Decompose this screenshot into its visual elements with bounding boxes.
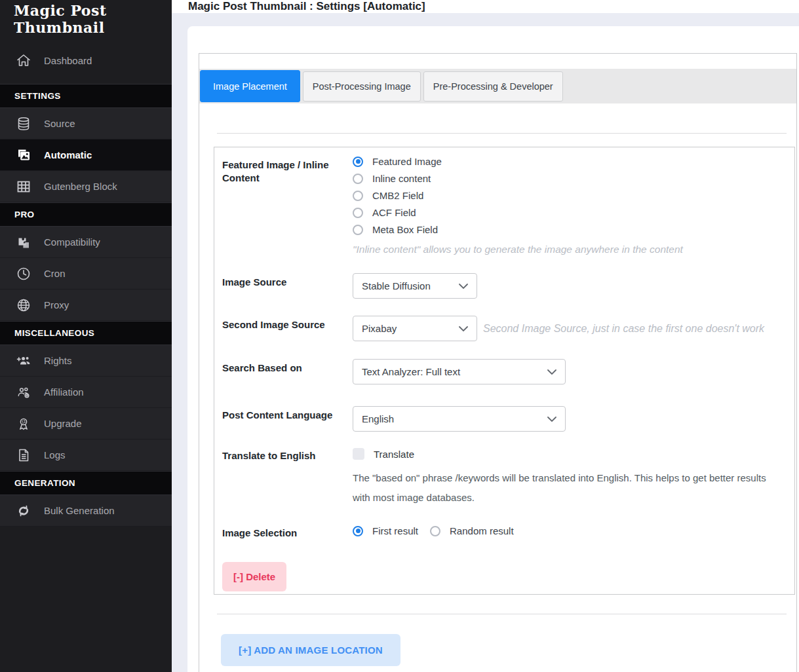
- radio-first-result[interactable]: First result: [353, 525, 418, 536]
- sidebar-item-label: Gutenberg Block: [44, 181, 117, 192]
- radio-icon[interactable]: [353, 174, 363, 184]
- sidebar-section-settings: SETTINGS: [0, 84, 172, 108]
- divider: [217, 133, 787, 134]
- database-icon: [15, 115, 32, 132]
- main-area: Magic Post Thumbnail : Settings [Automat…: [172, 0, 799, 672]
- second-image-source-row: Second Image Source Pixabay Second Image…: [222, 316, 787, 341]
- tab-pre-processing-developer[interactable]: Pre-Processing & Developer: [423, 71, 563, 102]
- sidebar-section-miscellaneous: MISCELLANEOUS: [0, 321, 172, 345]
- search-based-on-label: Search Based on: [222, 359, 347, 384]
- sidebar-item-automatic[interactable]: Automatic: [0, 140, 172, 171]
- placement-row: Featured Image / Inline Content Featured…: [222, 156, 787, 255]
- translate-row: Translate to English Translate The "base…: [222, 447, 787, 508]
- translate-checkbox[interactable]: [353, 448, 364, 460]
- radio-icon[interactable]: [353, 191, 363, 201]
- add-image-location-button[interactable]: [+] ADD AN IMAGE LOCATION: [221, 634, 400, 666]
- selected-value: Pixabay: [362, 323, 397, 334]
- image-source-select[interactable]: Stable Diffusion: [353, 273, 477, 299]
- globe-icon: [15, 297, 32, 314]
- sidebar: Magic Post Thumbnail Dashboard SETTINGS: [0, 0, 172, 672]
- sidebar-item-label: Rights: [44, 355, 72, 366]
- post-content-language-label: Post Content Language: [222, 406, 347, 432]
- tab-post-processing-image[interactable]: Post-Processing Image: [303, 71, 421, 102]
- sidebar-item-cron[interactable]: Cron: [0, 258, 172, 289]
- sidebar-item-logs[interactable]: Logs: [0, 439, 172, 471]
- radio-icon[interactable]: [430, 526, 440, 536]
- sidebar-section-generation: GENERATION: [0, 471, 172, 495]
- chevron-down-icon: [547, 417, 556, 422]
- sidebar-item-gutenberg-block[interactable]: Gutenberg Block: [0, 171, 172, 202]
- sidebar-item-label: Bulk Generation: [44, 505, 115, 516]
- image-source-row: Image Source Stable Diffusion: [222, 273, 787, 299]
- image-selection-row: Image Selection First result: [222, 524, 787, 540]
- app-window: Magic Post Thumbnail Dashboard SETTINGS: [0, 0, 799, 672]
- divider: [217, 614, 787, 614]
- sidebar-item-label: Proxy: [44, 299, 69, 310]
- sidebar-item-compatibility[interactable]: Compatibility: [0, 227, 172, 258]
- post-content-language-row: Post Content Language English: [222, 406, 787, 432]
- chevron-down-icon: [547, 369, 556, 375]
- sidebar-item-label: Affiliation: [44, 386, 84, 398]
- settings-panel: Image Placement Post-Processing Image Pr…: [199, 53, 797, 672]
- sidebar-item-source[interactable]: Source: [0, 108, 172, 140]
- clock-icon: [15, 265, 32, 282]
- image-location-fieldset: Featured Image / Inline Content Featured…: [214, 147, 795, 595]
- sidebar-item-label: Upgrade: [44, 418, 82, 429]
- sidebar-item-affiliation[interactable]: Affiliation: [0, 377, 172, 408]
- images-icon: [15, 147, 32, 164]
- sidebar-item-bulk-generation[interactable]: Bulk Generation: [0, 495, 172, 527]
- sidebar-item-label: Logs: [44, 449, 66, 460]
- selected-value: Text Analyzer: Full text: [362, 366, 460, 377]
- document-icon: [15, 447, 32, 464]
- second-image-source-label: Second Image Source: [222, 316, 347, 341]
- placement-label: Featured Image / Inline Content: [222, 156, 347, 255]
- image-selection-label: Image Selection: [222, 524, 347, 540]
- placement-hint: "Inline content" allows you to generate …: [353, 244, 787, 255]
- tab-bar: Image Placement Post-Processing Image Pr…: [199, 69, 796, 103]
- page-title: Magic Post Thumbnail : Settings [Automat…: [188, 0, 425, 13]
- radio-icon[interactable]: [353, 526, 363, 536]
- tab-image-placement[interactable]: Image Placement: [200, 70, 300, 102]
- second-image-source-hint: Second Image Source, just in case the fi…: [483, 323, 764, 335]
- sidebar-item-proxy[interactable]: Proxy: [0, 289, 172, 321]
- radio-icon[interactable]: [353, 157, 363, 167]
- translate-description: The "based on" phrase /keywords will be …: [353, 468, 785, 508]
- radio-random-result[interactable]: Random result: [430, 525, 514, 536]
- radio-featured-image[interactable]: Featured Image: [353, 156, 787, 167]
- tab-content: Featured Image / Inline Content Featured…: [199, 133, 796, 672]
- radio-inline-content[interactable]: Inline content: [353, 173, 787, 184]
- sidebar-item-dashboard[interactable]: Dashboard: [0, 45, 172, 76]
- sidebar-item-label: Automatic: [44, 149, 92, 160]
- radio-icon[interactable]: [353, 208, 363, 218]
- search-based-on-select[interactable]: Text Analyzer: Full text: [353, 359, 566, 384]
- grid-icon: [15, 178, 32, 195]
- sidebar-item-label: Compatibility: [44, 236, 100, 248]
- selected-value: Stable Diffusion: [362, 280, 431, 291]
- delete-button[interactable]: [-] Delete: [222, 562, 286, 591]
- image-source-label: Image Source: [222, 273, 347, 299]
- sync-icon: [15, 502, 32, 519]
- settings-card: Image Placement Post-Processing Image Pr…: [187, 26, 799, 672]
- content-background: Image Placement Post-Processing Image Pr…: [172, 13, 799, 672]
- home-icon: [15, 52, 32, 69]
- second-image-source-select[interactable]: Pixabay: [353, 316, 477, 341]
- group-add-icon: [15, 384, 32, 401]
- radio-meta-box-field[interactable]: Meta Box Field: [353, 224, 787, 235]
- sidebar-item-rights[interactable]: Rights: [0, 345, 172, 377]
- radio-icon[interactable]: [353, 225, 363, 235]
- post-content-language-select[interactable]: English: [353, 406, 566, 432]
- search-based-on-row: Search Based on Text Analyzer: Full text: [222, 359, 787, 384]
- add-users-icon: [15, 352, 32, 369]
- chevron-down-icon: [459, 284, 468, 289]
- sidebar-item-upgrade[interactable]: Upgrade: [0, 408, 172, 439]
- translate-checkbox-label: Translate: [374, 449, 414, 460]
- radio-cmb2-field[interactable]: CMB2 Field: [353, 190, 787, 201]
- plugin-logo: Magic Post Thumbnail: [0, 0, 172, 38]
- puzzle-icon: [15, 234, 32, 251]
- selected-value: English: [362, 413, 394, 424]
- radio-acf-field[interactable]: ACF Field: [353, 207, 787, 218]
- topbar: Magic Post Thumbnail : Settings [Automat…: [172, 0, 799, 13]
- translate-checkbox-row[interactable]: Translate: [353, 447, 787, 460]
- translate-label: Translate to English: [222, 447, 347, 508]
- sidebar-item-label: Cron: [44, 268, 66, 279]
